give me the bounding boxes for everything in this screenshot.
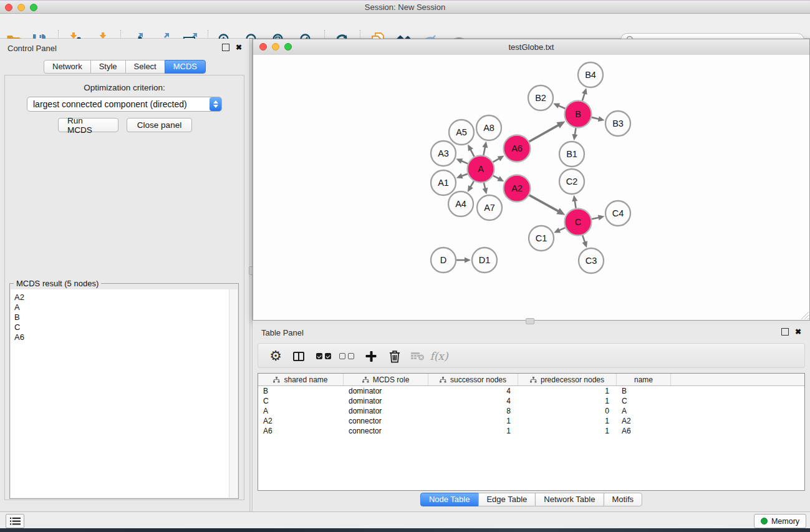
delete-table-button[interactable] [411, 347, 425, 365]
cell-name[interactable]: B [617, 386, 671, 396]
tab-edge-table[interactable]: Edge Table [478, 493, 536, 506]
delete-table-icon [411, 352, 425, 360]
node-label-C3: C3 [586, 256, 597, 266]
cell-name[interactable]: A2 [617, 416, 671, 426]
cell-MCDS-role[interactable]: dominator [344, 406, 428, 416]
horizontal-splitter[interactable] [253, 320, 810, 324]
delete-column-button[interactable] [389, 347, 401, 365]
cell-MCDS-role[interactable]: dominator [344, 386, 428, 396]
column-header-name[interactable]: name [617, 374, 671, 385]
status-bar: Memory [0, 511, 810, 528]
select-all-button[interactable] [316, 347, 331, 365]
network-window-title: testGlobe.txt [253, 42, 809, 52]
column-header-successor-nodes[interactable]: successor nodes [428, 374, 518, 385]
mcds-result-item[interactable]: A2 [14, 293, 238, 302]
cell-predecessor-nodes[interactable]: 1 [518, 416, 617, 426]
tab-node-table[interactable]: Node Table [420, 493, 479, 506]
cell-shared-name[interactable]: A2 [258, 416, 344, 426]
float-panel-icon[interactable] [222, 44, 229, 51]
mcds-result-item[interactable]: A [14, 302, 238, 312]
main-titlebar: Session: New Session [0, 0, 810, 14]
cell-MCDS-role[interactable]: connector [344, 416, 428, 426]
table-row[interactable]: A2connector11A2 [258, 416, 804, 426]
network-graph[interactable]: B4B2BB3A5A8A6A3B1AA1C2A2A4A7C4CC1C3DD1 [253, 55, 809, 319]
result-list-scrollbar[interactable] [229, 289, 238, 498]
edge-A-A5[interactable] [470, 149, 475, 157]
show-columns-button[interactable] [293, 347, 304, 365]
arrowhead-icon [582, 241, 587, 248]
task-history-button[interactable] [6, 514, 24, 528]
fx-icon: f(x) [430, 350, 448, 362]
cell-successor-nodes[interactable]: 8 [428, 406, 518, 416]
cell-name[interactable]: C [617, 396, 671, 406]
cell-predecessor-nodes[interactable]: 1 [518, 396, 617, 406]
cell-successor-nodes[interactable]: 4 [428, 396, 518, 406]
cell-name[interactable]: A6 [617, 426, 671, 436]
table-row[interactable]: Cdominator41C [258, 396, 804, 406]
close-panel-button[interactable]: Close panel [127, 118, 192, 132]
table-tabs: Node TableEdge TableNetwork TableMotifs [420, 493, 642, 506]
arrowhead-icon [572, 134, 577, 141]
main-window: Session: New Session [0, 0, 810, 528]
table-row[interactable]: Bdominator41B [258, 386, 804, 396]
cell-predecessor-nodes[interactable]: 1 [518, 426, 617, 436]
node-label-B2: B2 [535, 93, 546, 103]
table-settings-button[interactable]: ⚙ [269, 347, 282, 365]
column-header-MCDS-role[interactable]: MCDS role [344, 374, 428, 385]
table-row[interactable]: A6connector11A6 [258, 426, 804, 436]
node-label-C2: C2 [566, 177, 578, 186]
close-table-panel-icon[interactable]: ✖ [795, 329, 801, 335]
resize-grip[interactable] [801, 312, 809, 319]
memory-button[interactable]: Memory [754, 514, 806, 528]
mcds-result-item[interactable]: A6 [14, 332, 238, 342]
close-panel-icon[interactable]: ✖ [236, 44, 242, 51]
cell-MCDS-role[interactable]: dominator [344, 396, 428, 406]
column-type-icon [362, 377, 369, 383]
cell-shared-name[interactable]: A6 [258, 426, 344, 436]
cell-successor-nodes[interactable]: 4 [428, 386, 518, 396]
column-header-predecessor-nodes[interactable]: predecessor nodes [518, 374, 617, 385]
cell-successor-nodes[interactable]: 1 [428, 416, 518, 426]
task-list-icon [10, 517, 21, 526]
cell-shared-name[interactable]: C [258, 396, 344, 406]
float-table-panel-icon[interactable] [781, 328, 789, 336]
table-row[interactable]: Adominator80A [258, 406, 804, 416]
tab-select[interactable]: Select [125, 60, 165, 74]
cell-successor-nodes[interactable]: 1 [428, 426, 518, 436]
tab-mcds[interactable]: MCDS [165, 60, 206, 74]
tab-style[interactable]: Style [90, 60, 126, 74]
cell-predecessor-nodes[interactable]: 0 [518, 406, 617, 416]
criterion-value: largest connected component (directed) [27, 99, 210, 109]
mcds-result-list[interactable]: A2ABCA6 [11, 289, 238, 498]
mcds-result-item[interactable]: C [14, 322, 238, 332]
cell-MCDS-role[interactable]: connector [344, 426, 428, 436]
criterion-dropdown[interactable]: largest connected component (directed) [27, 97, 222, 112]
node-label-A3: A3 [438, 148, 449, 158]
cell-shared-name[interactable]: A [258, 406, 344, 416]
column-label: name [634, 375, 653, 384]
network-canvas[interactable]: B4B2BB3A5A8A6A3B1AA1C2A2A4A7C4CC1C3DD1 [253, 55, 809, 320]
node-label-B4: B4 [585, 70, 596, 80]
column-header-shared-name[interactable]: shared name [258, 374, 344, 385]
cell-name[interactable]: A [617, 406, 671, 416]
mcds-result-box: MCDS result (5 nodes) A2ABCA6 [9, 283, 239, 499]
function-builder-button[interactable]: f(x) [430, 347, 448, 365]
edge-B-B4[interactable] [582, 93, 585, 101]
edge-A6-B[interactable] [529, 125, 559, 142]
tab-motifs[interactable]: Motifs [603, 493, 642, 506]
node-table[interactable]: shared nameMCDS rolesuccessor nodesprede… [258, 373, 805, 491]
node-label-B: B [575, 109, 581, 119]
optimization-label: Optimization criterion: [5, 83, 244, 92]
splitter-handle[interactable] [526, 318, 534, 324]
tab-network[interactable]: Network [44, 60, 91, 74]
cell-predecessor-nodes[interactable]: 1 [518, 386, 617, 396]
add-column-button[interactable] [366, 347, 377, 365]
mcds-result-item[interactable]: B [14, 312, 238, 322]
deselect-all-button[interactable] [339, 347, 354, 365]
edge-A-A8[interactable] [483, 146, 485, 155]
node-label-A: A [478, 164, 484, 174]
edge-A2-C[interactable] [529, 195, 559, 211]
run-mcds-button[interactable]: Run MCDS [58, 118, 118, 132]
cell-shared-name[interactable]: B [258, 386, 344, 396]
tab-network-table[interactable]: Network Table [535, 493, 604, 506]
